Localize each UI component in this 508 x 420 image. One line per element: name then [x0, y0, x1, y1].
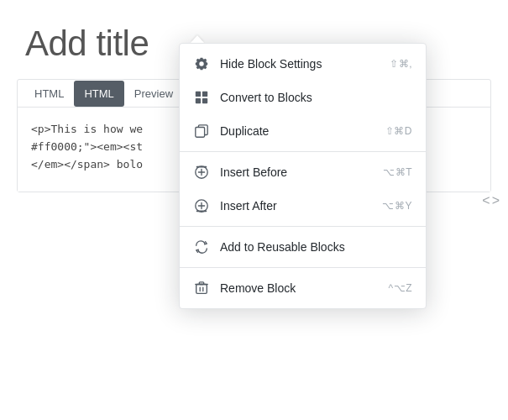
tab-html-inactive[interactable]: HTML [24, 81, 74, 107]
hide-block-settings-label: Hide Block Settings [220, 57, 380, 71]
reusable-icon [193, 239, 210, 255]
menu-item-hide-block-settings[interactable]: Hide Block Settings ⇧⌘, [180, 47, 426, 81]
menu-item-convert-to-blocks[interactable]: Convert to Blocks [180, 81, 426, 114]
convert-to-blocks-label: Convert to Blocks [220, 91, 402, 104]
menu-item-duplicate[interactable]: Duplicate ⇧⌘D [180, 114, 426, 148]
duplicate-shortcut: ⇧⌘D [385, 125, 412, 137]
hide-block-settings-shortcut: ⇧⌘, [390, 58, 412, 70]
menu-section-3: Add to Reusable Blocks [180, 226, 426, 267]
menu-item-add-reusable[interactable]: Add to Reusable Blocks [180, 230, 426, 264]
svg-rect-9 [196, 166, 207, 168]
remove-block-label: Remove Block [220, 281, 379, 295]
svg-rect-13 [196, 210, 207, 212]
menu-section-2: Insert Before ⌥⌘T Insert After ⌥⌘Y [180, 151, 426, 226]
remove-block-shortcut: ^⌥Z [389, 282, 412, 294]
menu-item-insert-before[interactable]: Insert Before ⌥⌘T [180, 155, 426, 189]
menu-section-4: Remove Block ^⌥Z [180, 267, 426, 308]
add-reusable-label: Add to Reusable Blocks [220, 240, 402, 254]
dropdown-menu: Hide Block Settings ⇧⌘, Convert to Block… [179, 43, 427, 309]
tab-html-active[interactable]: HTML [74, 81, 123, 107]
insert-before-shortcut: ⌥⌘T [383, 166, 412, 178]
chevron-right-icon: > [492, 193, 500, 208]
trash-icon [193, 280, 210, 297]
svg-rect-1 [202, 92, 207, 97]
tab-preview[interactable]: Preview [124, 81, 183, 107]
svg-rect-5 [196, 128, 205, 138]
svg-rect-16 [199, 282, 203, 285]
menu-item-remove-block[interactable]: Remove Block ^⌥Z [180, 271, 426, 305]
chevron-button[interactable]: < > [482, 193, 500, 208]
insert-before-icon [193, 164, 210, 181]
gear-icon [193, 55, 210, 72]
duplicate-label: Duplicate [220, 124, 375, 138]
dropdown-arrow [191, 35, 204, 43]
svg-rect-14 [196, 285, 207, 294]
insert-after-label: Insert After [220, 199, 372, 213]
grid-icon [193, 89, 210, 106]
chevron-left-icon: < [482, 193, 490, 208]
menu-section-1: Hide Block Settings ⇧⌘, Convert to Block… [180, 44, 426, 151]
insert-after-shortcut: ⌥⌘Y [382, 200, 412, 212]
svg-rect-2 [196, 98, 201, 103]
insert-before-label: Insert Before [220, 165, 373, 179]
insert-after-icon [193, 197, 210, 214]
duplicate-icon [193, 123, 210, 139]
svg-rect-3 [202, 98, 207, 103]
menu-item-insert-after[interactable]: Insert After ⌥⌘Y [180, 189, 426, 223]
svg-rect-0 [196, 92, 201, 97]
